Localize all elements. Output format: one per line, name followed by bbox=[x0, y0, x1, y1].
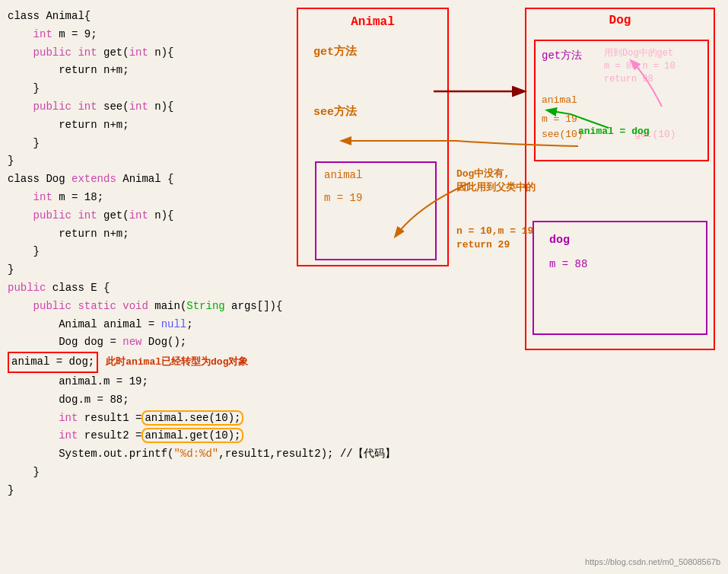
code-line-23: int result1 =animal.see(10); bbox=[8, 410, 281, 428]
dog-instance-label: dog bbox=[549, 234, 706, 247]
code-line-8: } bbox=[8, 135, 281, 153]
animal-get-method: get方法 bbox=[313, 44, 447, 59]
animal-box: Animal get方法 see方法 animal m = 19 bbox=[297, 8, 449, 266]
diagram-area: Animal get方法 see方法 animal m = 19 Dog get… bbox=[281, 0, 728, 574]
code-line-7: return n+m; bbox=[8, 116, 281, 135]
dog-see-label: see(10) bbox=[542, 129, 583, 140]
animal-instance-label: animal bbox=[324, 169, 435, 181]
animal-see-method: see方法 bbox=[313, 104, 447, 119]
dog-box-title: Dog bbox=[526, 14, 714, 27]
code-line-5: } bbox=[8, 80, 281, 98]
code-line-19: Dog dog = new Dog(); bbox=[8, 333, 281, 352]
animal-instance-m: m = 19 bbox=[324, 192, 435, 204]
code-line-24: int result2 =animal.get(10); bbox=[8, 427, 281, 445]
anno-n10: n = 10,m = 19 return 29 bbox=[456, 225, 533, 252]
dog-get-info: 用到Dog中的getm = 88,n = 10return 98 bbox=[604, 47, 676, 85]
code-line-6: public int see(int n){ bbox=[8, 98, 281, 116]
code-area: class Animal{ int m = 9; public int get(… bbox=[0, 0, 289, 508]
dog-instance-box: dog m = 88 bbox=[532, 221, 707, 335]
code-line-17: public static void main(String args[]){ bbox=[8, 298, 281, 316]
code-line-11: int m = 18; bbox=[8, 189, 281, 207]
code-line-15: } bbox=[8, 261, 281, 279]
code-line-14: } bbox=[8, 243, 281, 261]
code-line-27: } bbox=[8, 482, 281, 500]
code-line-13: return n+m; bbox=[8, 225, 281, 244]
code-line-2: int m = 9; bbox=[8, 26, 281, 44]
code-line-20: animal = dog; 此时animal已经转型为dog对象 bbox=[8, 352, 281, 373]
code-line-1: class Animal{ bbox=[8, 8, 281, 26]
code-line-10: class Dog extends Animal { bbox=[8, 171, 281, 189]
dog-animal-label: animal bbox=[542, 94, 577, 106]
code-line-21: animal.m = 19; bbox=[8, 373, 281, 391]
code-line-18: Animal animal = null; bbox=[8, 316, 281, 334]
animal-instance-box: animal m = 19 bbox=[315, 161, 437, 260]
code-line-4: return n+m; bbox=[8, 62, 281, 80]
code-line-22: dog.m = 88; bbox=[8, 391, 281, 410]
dog-instance-m: m = 88 bbox=[549, 258, 706, 270]
code-line-26: } bbox=[8, 464, 281, 482]
animal-box-title: Animal bbox=[298, 15, 447, 29]
code-line-25: System.out.printf("%d:%d",result1,result… bbox=[8, 445, 281, 464]
code-line-12: public int get(int n){ bbox=[8, 207, 281, 225]
code-line-3: public int get(int n){ bbox=[8, 44, 281, 62]
dog-animal-subbox: get方法 用到Dog中的getm = 88,n = 10return 98 a… bbox=[534, 40, 709, 161]
anno-animal-dog: animal = dog bbox=[578, 126, 650, 137]
code-line-16: public class E { bbox=[8, 279, 281, 298]
anno-dog-no: Dog中没有, 因此用到父类中的 bbox=[456, 167, 536, 195]
watermark: https://blog.csdn.net/m0_50808567b bbox=[585, 557, 720, 566]
dog-animal-m: m = 19 bbox=[542, 113, 577, 125]
code-line-9: } bbox=[8, 152, 281, 171]
dog-get-label: get方法 bbox=[542, 49, 582, 62]
